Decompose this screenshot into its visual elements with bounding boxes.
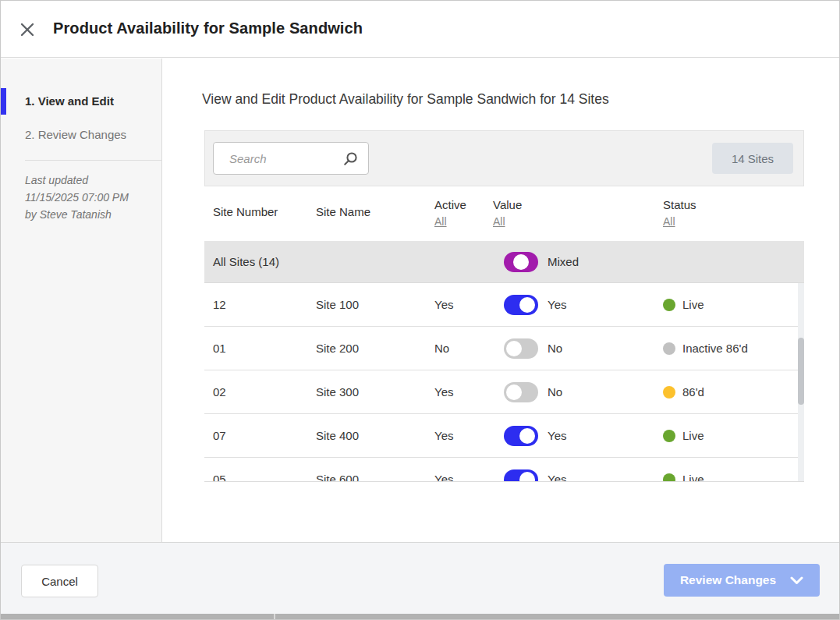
column-header-active: Active All (434, 186, 493, 241)
status-dot (663, 386, 675, 399)
value-label: Yes (548, 429, 566, 442)
all-sites-toggle-label: Mixed (548, 255, 579, 268)
table-row: 05 Site 600 Yes Yes Live (204, 458, 804, 482)
modal-footer: Cancel Review Changes (0, 542, 840, 614)
toggle-knob (506, 341, 522, 356)
status-label: Live (682, 298, 704, 311)
status-label: 86'd (682, 385, 704, 399)
site-number-cell: 12 (213, 298, 316, 311)
site-number-cell: 05 (213, 473, 316, 482)
table-row: 12 Site 100 Yes Yes Live (204, 283, 804, 327)
value-toggle[interactable] (504, 338, 538, 359)
all-sites-value-cell: Mixed (493, 252, 663, 272)
column-header-site-name: Site Name (316, 186, 434, 241)
sidebar-divider (25, 160, 161, 161)
all-sites-value-toggle[interactable] (504, 252, 538, 272)
table-header-row: Site Number Site Name Active All Value A… (204, 186, 804, 241)
active-filter-all-link[interactable]: All (434, 215, 447, 228)
value-label: No (548, 342, 562, 355)
toggle-knob (519, 472, 535, 483)
value-label: Yes (548, 473, 566, 482)
value-filter-all-link[interactable]: All (493, 215, 505, 228)
site-name-cell: Site 300 (316, 385, 434, 399)
chevron-down-icon (790, 576, 803, 585)
value-label: Yes (548, 298, 566, 311)
value-cell: Yes (493, 426, 663, 446)
step-label: 2. Review Changes (25, 128, 126, 141)
status-filter-all-link[interactable]: All (663, 215, 675, 228)
active-cell: Yes (434, 429, 493, 442)
column-header-status: Status All (663, 186, 804, 241)
table-scrollbar-thumb[interactable] (798, 338, 804, 405)
status-cell: Inactive 86'd (663, 342, 804, 355)
active-cell: Yes (434, 385, 493, 399)
site-number-cell: 07 (213, 429, 316, 442)
product-availability-modal: Product Availability for Sample Sandwich… (0, 0, 840, 620)
active-cell: Yes (434, 473, 493, 482)
sidebar-step-view-and-edit[interactable]: 1. View and Edit (0, 88, 161, 115)
cancel-button[interactable]: Cancel (21, 565, 98, 597)
site-name-cell: Site 100 (316, 298, 434, 311)
sidebar-step-review-changes[interactable]: 2. Review Changes (0, 122, 161, 148)
value-cell: Yes (493, 295, 663, 315)
site-number-cell: 01 (213, 342, 316, 355)
status-label: Live (682, 473, 704, 482)
all-sites-label: All Sites (14) (213, 255, 316, 268)
toggle-knob (519, 297, 535, 313)
table-rows-viewport: 12 Site 100 Yes Yes Live 01 Site 200 No … (204, 282, 804, 482)
last-updated-author: by Steve Tatanish (25, 206, 151, 223)
value-toggle[interactable] (504, 426, 538, 446)
last-updated-timestamp: 11/15/2025 07:00 PM (25, 189, 151, 206)
value-cell: No (493, 338, 663, 359)
search-input[interactable] (214, 143, 368, 174)
background-page-strip (0, 614, 840, 620)
column-header-site-number: Site Number (213, 186, 316, 241)
status-label: Live (682, 429, 704, 442)
search-box (213, 142, 369, 175)
table-scrollbar-track[interactable] (798, 283, 804, 482)
active-cell: No (434, 342, 493, 355)
value-toggle[interactable] (504, 469, 538, 483)
last-updated-line1: Last updated (25, 172, 151, 189)
sites-table: Site Number Site Name Active All Value A… (204, 186, 804, 482)
page-title: View and Edit Product Availability for S… (202, 91, 609, 108)
value-toggle[interactable] (504, 295, 538, 315)
value-cell: Yes (493, 469, 663, 483)
status-dot (663, 342, 675, 355)
search-toolbar: 14 Sites (204, 130, 804, 186)
toggle-knob (506, 384, 522, 400)
table-row: 02 Site 300 Yes No 86'd (204, 370, 804, 414)
toggle-knob (519, 428, 535, 444)
site-name-cell: Site 200 (316, 342, 434, 355)
modal-header: Product Availability for Sample Sandwich (0, 0, 840, 58)
column-header-value: Value All (493, 186, 663, 241)
status-dot (663, 473, 675, 483)
table-row: 01 Site 200 No No Inactive 86'd (204, 327, 804, 370)
status-label: Inactive 86'd (682, 342, 748, 355)
close-icon[interactable] (18, 20, 37, 39)
status-cell: Live (663, 298, 804, 311)
steps-sidebar: 1. View and Edit 2. Review Changes Last … (0, 58, 162, 542)
active-cell: Yes (434, 298, 493, 311)
sites-count-button[interactable]: 14 Sites (712, 143, 793, 174)
active-step-indicator (0, 88, 6, 115)
value-toggle[interactable] (504, 382, 538, 402)
review-changes-button[interactable]: Review Changes (664, 564, 820, 597)
main-panel: View and Edit Product Availability for S… (163, 58, 840, 542)
background-page-divider (274, 614, 275, 620)
value-label: No (548, 385, 562, 399)
toggle-knob (513, 254, 529, 270)
table-row: 07 Site 400 Yes Yes Live (204, 414, 804, 458)
site-number-cell: 02 (213, 385, 316, 399)
status-cell: 86'd (663, 385, 804, 399)
last-updated-block: Last updated 11/15/2025 07:00 PM by Stev… (25, 172, 151, 223)
value-cell: No (493, 382, 663, 402)
review-changes-label: Review Changes (680, 573, 776, 587)
close-x-glyph (19, 22, 35, 37)
all-sites-summary-row: All Sites (14) Mixed (204, 241, 804, 282)
step-label: 1. View and Edit (25, 94, 114, 108)
status-dot (663, 430, 675, 442)
modal-title: Product Availability for Sample Sandwich (53, 19, 363, 37)
status-dot (663, 299, 675, 311)
site-name-cell: Site 600 (316, 473, 434, 482)
